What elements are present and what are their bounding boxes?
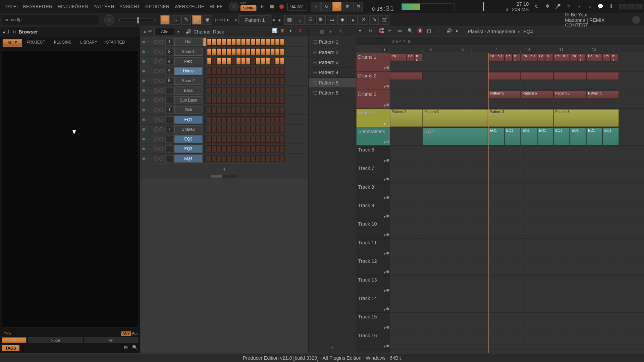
step-11[interactable] [260, 67, 265, 74]
track-mute-button[interactable] [386, 85, 389, 87]
step-14[interactable] [275, 77, 280, 84]
step-5[interactable] [231, 58, 236, 65]
any-filter-button[interactable]: ANY [121, 331, 131, 336]
step-9[interactable] [251, 38, 255, 45]
clip[interactable] [521, 72, 554, 80]
step-1[interactable] [212, 77, 216, 84]
step-13[interactable] [270, 116, 275, 123]
channel-select-button[interactable] [203, 48, 206, 56]
playhead[interactable] [488, 53, 488, 353]
step-7[interactable] [241, 58, 246, 65]
step-7[interactable] [241, 87, 246, 94]
step-6[interactable] [236, 58, 241, 65]
step-0[interactable] [207, 135, 212, 142]
track-lane-1[interactable]: Pa…Pa..n 6Pa…n 1Pa..n 1Pa…n 1Pa..n 1Pa…n… [390, 53, 644, 71]
pl-magnet-button[interactable]: 🧲 [378, 28, 385, 35]
channel-mixer-track[interactable]: 1 [165, 106, 173, 113]
track-mute-button[interactable] [386, 252, 389, 254]
clip[interactable]: Pa…n 1 [521, 53, 537, 61]
step-14[interactable] [275, 38, 280, 45]
step-6[interactable] [236, 145, 241, 152]
step-0[interactable] [207, 97, 212, 104]
step-3[interactable] [221, 87, 226, 94]
channel-mixer-track[interactable] [165, 116, 173, 123]
step-15[interactable] [280, 48, 284, 55]
channel-pan-knob[interactable] [154, 146, 158, 151]
step-1[interactable] [212, 106, 216, 113]
arrange-button[interactable]: ↘ [369, 15, 379, 24]
channel-solo-button[interactable] [146, 109, 149, 111]
channel-solo-button[interactable] [146, 79, 149, 82]
pattern-item-6[interactable]: ⁞⊟Pattern 6 [309, 88, 356, 98]
clip[interactable]: EQ1 [553, 128, 570, 145]
channel-solo-button[interactable] [146, 41, 149, 43]
wait-button[interactable]: ↻ [322, 2, 331, 11]
track-lane-10[interactable] [390, 220, 644, 238]
clip[interactable]: Pa…n 1 [553, 53, 570, 61]
track-header-10[interactable]: Track 10▾ [356, 220, 390, 238]
step-1[interactable] [212, 67, 216, 74]
channel-pan-knob[interactable] [154, 156, 158, 161]
clip[interactable]: Pattern 5 [488, 90, 521, 99]
step-12[interactable] [265, 97, 270, 104]
track-lane-7[interactable] [390, 164, 644, 183]
pattern-prev-button[interactable]: ◂ [234, 17, 237, 22]
clip[interactable] [586, 72, 619, 80]
tempo-tap-button[interactable]: ♦ [348, 15, 358, 24]
step-6[interactable] [236, 87, 241, 94]
channel-name-button[interactable]: Hat [174, 38, 202, 46]
step-14[interactable] [275, 116, 280, 123]
step-14[interactable] [275, 135, 280, 142]
step-5[interactable] [231, 145, 236, 152]
step-4[interactable] [226, 126, 231, 133]
pattern-add-button[interactable]: + [278, 17, 281, 22]
save-button[interactable]: ▪ [575, 2, 583, 11]
step-1[interactable] [212, 87, 216, 94]
step-9[interactable] [251, 135, 255, 142]
step-0[interactable] [207, 58, 212, 65]
step-11[interactable] [260, 77, 265, 84]
step-0[interactable] [207, 126, 212, 133]
step-11[interactable] [260, 145, 265, 152]
track-collapse-icon[interactable]: ▾ [384, 270, 385, 275]
track-header-4[interactable]: Melodie▾ [356, 109, 390, 127]
channel-vol-knob[interactable] [159, 88, 163, 93]
step-9[interactable] [251, 155, 255, 162]
cr-add-channel-button[interactable]: + [141, 164, 308, 174]
step-6[interactable] [236, 126, 241, 133]
step-10[interactable] [256, 145, 260, 152]
step-11[interactable] [260, 106, 265, 113]
step-7[interactable] [241, 106, 246, 113]
cr-filter-dropdown[interactable]: Alle [154, 28, 175, 35]
step-2[interactable] [217, 87, 221, 94]
track-mute-button[interactable] [386, 307, 389, 310]
pattern-selector[interactable]: Pattern 1 [238, 15, 271, 24]
master-pitch-slider[interactable] [483, 2, 484, 11]
channel-pan-knob[interactable] [154, 98, 158, 102]
channel-pan-knob[interactable] [154, 88, 158, 93]
clip[interactable]: Pattern 5 [521, 90, 554, 99]
typing-keyboard-button[interactable]: ⊞ [160, 15, 170, 24]
step-8[interactable] [246, 97, 251, 104]
channel-select-button[interactable] [203, 145, 206, 153]
step-3[interactable] [221, 135, 226, 142]
track-header-14[interactable]: Track 14▾ [356, 294, 390, 313]
clip[interactable]: Pa.. [570, 53, 578, 61]
song-mode-button[interactable]: SONG [240, 5, 256, 11]
step-2[interactable] [217, 145, 221, 152]
pl-select-button[interactable]: ▭ [398, 28, 405, 35]
step-12[interactable] [265, 67, 270, 74]
stop-button[interactable] [268, 2, 276, 10]
channel-pan-knob[interactable] [154, 108, 158, 112]
undo-history-button[interactable]: ↻ [532, 2, 541, 11]
clip[interactable]: Pattern 3 [423, 109, 488, 127]
step-6[interactable] [236, 48, 241, 55]
channel-mute-button[interactable] [142, 147, 145, 150]
browser-up-button[interactable]: ⤴ [7, 29, 10, 34]
channel-solo-button[interactable] [146, 50, 149, 53]
pp-edit-icon[interactable]: ✎ [339, 28, 345, 35]
playlist-button[interactable]: ▦ [284, 15, 294, 24]
step-13[interactable] [270, 38, 275, 45]
pl-zoom-button[interactable]: 🔍 [408, 28, 415, 35]
clip[interactable]: EQ2 [423, 128, 488, 145]
